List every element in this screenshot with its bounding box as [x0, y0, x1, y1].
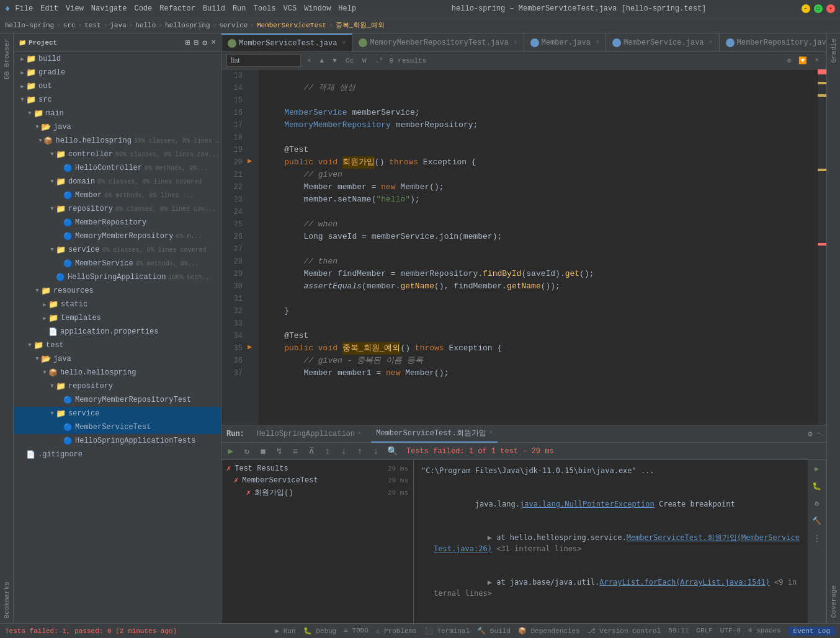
menu-edit[interactable]: Edit — [40, 4, 58, 13]
tree-item-resources[interactable]: ▼ 📁 resources — [14, 284, 221, 298]
tree-item-hello-hellospring[interactable]: ▼ 📦 hello.hellospring 33% classes, 8% li… — [14, 134, 221, 148]
close-sidebar-icon[interactable]: × — [211, 38, 216, 48]
code-editor[interactable]: 13 14 15 16 17 18 19 20 21 22 23 24 25 2… — [221, 69, 826, 425]
menu-vcs[interactable]: VCS — [284, 4, 297, 13]
menu-code[interactable]: Code — [134, 4, 152, 13]
run-toolbar[interactable]: ▶ ↻ ◼ ↯ ≡ ⊼ ↕ ↓ ↑ ↓ 🔍 Tests failed: 1 of… — [221, 443, 826, 460]
more-icon-bottom[interactable]: ⋮ — [808, 529, 826, 547]
tree-item-src[interactable]: ▼ 📁 src — [14, 93, 221, 107]
exception-link[interactable]: java.lang.NullPointerException — [520, 500, 655, 508]
status-charset[interactable]: UTF-8 — [720, 627, 741, 636]
search-word-btn[interactable]: W — [360, 56, 369, 65]
editor-tabs[interactable]: MemberServiceTest.java × MemoryMemberRep… — [221, 33, 826, 52]
status-problems[interactable]: ⚠ Problems — [376, 627, 417, 636]
search-regex-btn[interactable]: .* — [373, 56, 386, 65]
breadcrumb-item-java[interactable]: java — [110, 22, 126, 29]
menu-window[interactable]: Window — [304, 4, 331, 13]
settings-icon[interactable]: ⚙ — [808, 429, 813, 439]
breadcrumb-item-method[interactable]: 중복_회원_예외 — [336, 20, 385, 30]
bottom-tabs-bar[interactable]: Run: HelloSpringApplication × MemberServ… — [221, 425, 826, 443]
tree-item-build[interactable]: ▶ 📁 build — [14, 52, 221, 66]
import-btn[interactable]: ↓ — [337, 445, 351, 458]
sort-btn[interactable]: ↕ — [321, 445, 334, 458]
status-terminal[interactable]: ⬛ Terminal — [424, 627, 470, 636]
tree-item-static[interactable]: ▶ 📁 static — [14, 298, 221, 311]
status-indent[interactable]: 4 spaces — [748, 627, 781, 636]
coverage-label-right[interactable]: Coverage — [829, 580, 839, 623]
test-results-panel[interactable]: ✗ Test Results 29 ms ✗ MemberServiceTest… — [221, 460, 414, 623]
menu-help[interactable]: Help — [338, 4, 356, 13]
search-next-btn[interactable]: ▼ — [330, 56, 339, 65]
stack-link-1[interactable]: ArrayList.forEach(ArrayList.java:1541) — [599, 578, 770, 587]
search-btn[interactable]: 🔍 — [385, 445, 399, 458]
tree-item-test-java[interactable]: ▼ 📂 java — [14, 352, 221, 366]
menu-view[interactable]: View — [66, 4, 84, 13]
tree-item-hellospring-app[interactable]: ▶ 🔵 HelloSpringApplication 100% meth... — [14, 270, 221, 284]
search-filter-btn[interactable]: 🔽 — [796, 56, 810, 65]
tree-item-gradle[interactable]: ▶ 📁 gradle — [14, 66, 221, 79]
settings-icon[interactable]: ⚙ — [202, 38, 207, 48]
tree-item-hellospringapptests[interactable]: ▶ 🔵 HelloSpringApplicationTests — [14, 434, 221, 448]
run-btn[interactable]: ▶ — [224, 445, 238, 458]
menu-tools[interactable]: Tools — [254, 4, 276, 13]
tree-item-templates[interactable]: ▶ 📁 templates — [14, 311, 221, 325]
tree-item-hellocontroller[interactable]: ▶ 🔵 HelloController 0% methods, 9%... — [14, 161, 221, 175]
gradle-label[interactable]: Gradle — [829, 33, 839, 68]
breadcrumb-item-hellospring[interactable]: hellospring — [165, 22, 210, 29]
toggle-btn[interactable]: ≡ — [288, 445, 302, 458]
tree-item-domain[interactable]: ▼ 📁 domain 0% classes, 0% lines covered — [14, 175, 221, 188]
search-prev-btn[interactable]: ▲ — [318, 56, 327, 65]
tab-close-icon[interactable]: × — [709, 39, 713, 46]
status-vcs[interactable]: ⎇ Version Control — [588, 627, 661, 636]
tree-item-test-service[interactable]: ▼ 📁 service — [14, 407, 221, 420]
search-right-btns[interactable]: ⚙ 🔽 × — [785, 56, 821, 65]
event-log-button[interactable]: Event Log — [789, 627, 835, 636]
collapse-all-icon[interactable]: ⊟ — [194, 38, 199, 48]
status-todo[interactable]: ≡ TODO — [344, 627, 369, 636]
tab-close[interactable]: × — [489, 430, 493, 436]
tree-item-memberrepo[interactable]: ▶ 🔵 MemberRepository — [14, 216, 221, 229]
status-dependencies[interactable]: 📦 Dependencies — [518, 627, 580, 636]
close-panel-icon[interactable]: − — [816, 429, 821, 439]
tab-close-icon[interactable]: × — [342, 40, 346, 47]
console-output[interactable]: "C:\Program Files\Java\jdk-11.0.15\bin\j… — [414, 460, 808, 623]
tab-memberservice[interactable]: MemberService.java × — [606, 33, 720, 52]
expand-all-icon[interactable]: ⊞ — [185, 38, 190, 48]
filter-btn[interactable]: ⊼ — [305, 445, 318, 458]
db-browser-label[interactable]: DB Browser — [2, 33, 12, 84]
search-close2-btn[interactable]: × — [812, 56, 821, 65]
tree-item-main[interactable]: ▼ 📁 main — [14, 107, 221, 120]
search-close-btn[interactable]: × — [305, 56, 314, 65]
test-result-method[interactable]: ✗ 회원가입() 29 ms — [221, 486, 413, 499]
tree-item-memberservicetest[interactable]: ▶ 🔵 MemberServiceTest — [14, 420, 221, 434]
tree-item-hello-hellospring-test[interactable]: ▼ 📦 hello.hellospring — [14, 366, 221, 379]
breadcrumb-item-test[interactable]: test — [84, 22, 101, 29]
tab-member[interactable]: Member.java × — [524, 33, 606, 52]
tree-item-gitignore[interactable]: ▶ 📄 .gitignore — [14, 448, 221, 461]
debug-icon-bottom[interactable]: 🐛 — [808, 477, 826, 495]
tab-memberservicetest-run[interactable]: MemberServiceTest.회원가입 × — [371, 425, 498, 443]
tab-memorymemberrepotest[interactable]: MemoryMemberRepositoryTest.java × — [352, 33, 524, 52]
tree-item-memorymemberrepo[interactable]: ▶ 🔵 MemoryMemberRepository 0% m... — [14, 229, 221, 243]
tab-hello-spring-app[interactable]: HelloSpringApplication × — [252, 425, 366, 443]
window-controls[interactable]: − □ × — [802, 4, 835, 13]
status-bottom-debug[interactable]: 🐛 Debug — [303, 627, 337, 636]
minimize-button[interactable]: − — [802, 4, 810, 13]
bookmarks-label[interactable]: Bookmarks — [2, 577, 12, 623]
breadcrumb-item-project[interactable]: hello-spring — [5, 22, 54, 29]
menu-run[interactable]: Run — [233, 4, 246, 13]
rerun-failed-btn[interactable]: ↯ — [272, 445, 286, 458]
run-icon-bottom[interactable]: ▶ — [808, 460, 826, 477]
menu-bar[interactable]: File Edit View Navigate Code Refactor Bu… — [15, 4, 356, 13]
tab-memberservicetest[interactable]: MemberServiceTest.java × — [221, 33, 352, 52]
status-build[interactable]: 🔨 Build — [477, 627, 511, 636]
stop-btn[interactable]: ◼ — [256, 445, 270, 458]
tree-item-service-main[interactable]: ▼ 📁 service 0% classes, 0% lines covered — [14, 243, 221, 257]
tree-item-appprops[interactable]: ▶ 📄 application.properties — [14, 325, 221, 339]
bottom-panel-icons[interactable]: ⚙ − — [808, 429, 821, 439]
tree-item-controller[interactable]: ▼ 📁 controller 50% classes, 9% lines cov… — [14, 148, 221, 161]
settings-icon-bottom[interactable]: ⚙ — [808, 495, 826, 512]
project-tree[interactable]: ▶ 📁 build ▶ 📁 gradle ▶ 📁 out ▼ 📁 src — [14, 52, 221, 623]
breadcrumb-item-src[interactable]: src — [63, 22, 76, 29]
menu-refactor[interactable]: Refactor — [159, 4, 195, 13]
